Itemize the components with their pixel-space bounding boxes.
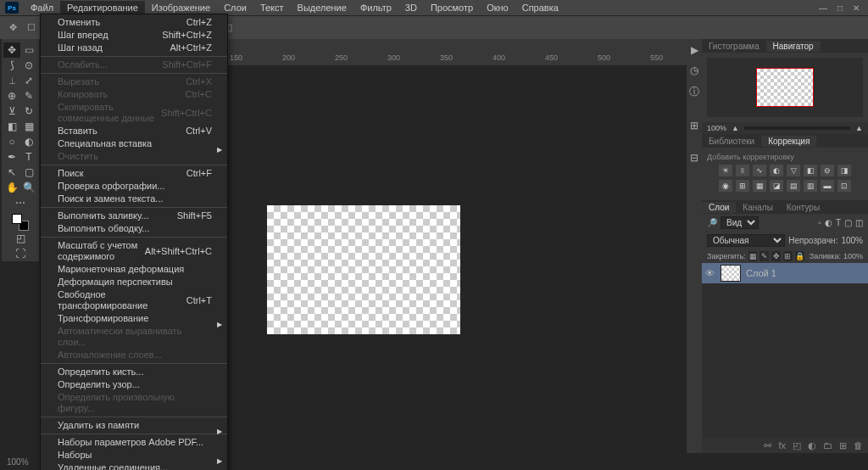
gradient-map-icon[interactable]: ▬ — [821, 180, 834, 192]
menu-текст[interactable]: Текст — [253, 1, 291, 14]
tab-histogram[interactable]: Гистограмма — [702, 41, 766, 52]
new-layer-icon[interactable]: ⊞ — [839, 440, 847, 451]
menu-item[interactable]: Наборы — [41, 449, 227, 462]
layer-row[interactable]: 👁 Слой 1 — [702, 263, 868, 283]
menu-выделение[interactable]: Выделение — [291, 1, 353, 14]
channel-mixer-icon[interactable]: ⊞ — [736, 180, 749, 192]
layer-name[interactable]: Слой 1 — [746, 268, 776, 278]
pen-tool[interactable]: ✒ — [3, 149, 20, 165]
lock-transparency-icon[interactable]: ▦ — [748, 251, 758, 261]
menu-редактирование[interactable]: Редактирование — [60, 1, 145, 14]
auto-select-checkbox[interactable]: ☐ — [25, 22, 37, 34]
menu-item[interactable]: Марионеточная деформация — [41, 263, 227, 276]
menu-окно[interactable]: Окно — [480, 1, 515, 14]
canvas[interactable] — [267, 205, 460, 334]
link-layers-icon[interactable]: ⚯ — [764, 440, 771, 451]
hue-icon[interactable]: ◧ — [804, 165, 817, 176]
hand-tool[interactable]: ✋ — [3, 180, 20, 195]
eraser-tool[interactable]: ◧ — [3, 119, 20, 134]
blend-mode-select[interactable]: Обычная — [707, 234, 785, 247]
menu-item[interactable]: Поиск и замена текста... — [41, 193, 227, 205]
crop-tool[interactable]: ⟂ — [3, 73, 20, 88]
search-icon[interactable]: 🔎 — [707, 218, 717, 227]
lock-all-icon[interactable]: 🔒 — [795, 251, 804, 261]
menu-item[interactable]: Деформация перспективы — [41, 276, 227, 288]
eyedropper-tool[interactable]: ⤢ — [20, 73, 37, 88]
tab-paths[interactable]: Контуры — [780, 202, 826, 213]
zoom-tool[interactable]: 🔍 — [20, 180, 37, 195]
menu-item[interactable]: Свободное трансформированиеCtrl+T — [41, 288, 227, 312]
move-tool[interactable]: ✥ — [3, 42, 20, 58]
filter-type-icon[interactable]: T — [836, 218, 841, 227]
lasso-tool[interactable]: ⟆ — [3, 58, 20, 73]
menu-item[interactable]: Масштаб с учетом содержимогоAlt+Shift+Ct… — [41, 239, 227, 263]
lock-artboard-icon[interactable]: ⊞ — [783, 251, 793, 261]
menu-файл[interactable]: Файл — [24, 1, 60, 14]
stamp-tool[interactable]: ⊻ — [3, 104, 20, 119]
filter-images-icon[interactable]: ▫ — [818, 218, 821, 227]
group-icon[interactable]: 🗀 — [823, 440, 832, 450]
history-icon[interactable]: ◷ — [690, 64, 698, 76]
type-tool[interactable]: T — [20, 149, 37, 165]
fill-value[interactable]: 100% — [843, 252, 863, 260]
info-icon[interactable]: ⓘ — [689, 85, 699, 99]
color-balance-icon[interactable]: ⊖ — [821, 165, 834, 176]
adjustment-layer-icon[interactable]: ◐ — [808, 440, 816, 451]
levels-icon[interactable]: ⫴ — [736, 165, 749, 176]
status-zoom[interactable]: 100% — [7, 457, 29, 467]
brightness-icon[interactable]: ☀ — [719, 165, 732, 176]
foreground-color-swatch[interactable] — [12, 214, 22, 224]
quickmask-toggle[interactable]: ◰ — [12, 231, 29, 246]
foreground-background-colors[interactable] — [12, 214, 29, 231]
menu-справка[interactable]: Справка — [515, 1, 565, 14]
character-icon[interactable]: ⊟ — [690, 152, 698, 164]
filter-smart-icon[interactable]: ◫ — [855, 218, 863, 227]
edit-toolbar[interactable]: ⋯ — [12, 195, 29, 210]
menu-item[interactable]: Определить узор... — [41, 378, 227, 391]
history-brush-tool[interactable]: ↻ — [20, 104, 37, 119]
menu-item[interactable]: Определить кисть... — [41, 366, 227, 378]
tab-libraries[interactable]: Библиотеки — [702, 136, 761, 147]
menu-3d[interactable]: 3D — [398, 1, 424, 14]
menu-изображение[interactable]: Изображение — [145, 1, 217, 14]
navigator-preview[interactable] — [707, 58, 863, 117]
screen-mode-toggle[interactable]: ⛶ — [12, 246, 29, 261]
layer-fx-icon[interactable]: fx — [778, 440, 786, 450]
path-tool[interactable]: ↖ — [3, 165, 20, 180]
minimize-icon[interactable]: ― — [819, 3, 827, 13]
brush-tool[interactable]: ✎ — [20, 88, 37, 104]
menu-item[interactable]: Выполнить обводку... — [41, 222, 227, 235]
layer-thumbnail[interactable] — [721, 265, 741, 282]
menu-просмотр[interactable]: Просмотр — [424, 1, 480, 14]
tab-channels[interactable]: Каналы — [736, 202, 780, 213]
filter-shape-icon[interactable]: ▢ — [844, 218, 852, 227]
menu-item[interactable]: Удаленные соединения... — [41, 462, 227, 470]
close-icon[interactable]: ✕ — [853, 3, 860, 13]
dodge-tool[interactable]: ◐ — [20, 134, 37, 149]
invert-icon[interactable]: ◪ — [770, 180, 783, 192]
delete-layer-icon[interactable]: 🗑 — [854, 440, 863, 450]
menu-item[interactable]: Специальная вставка — [41, 137, 227, 150]
properties-icon[interactable]: ⊞ — [690, 120, 698, 131]
exposure-icon[interactable]: ◐ — [770, 165, 783, 176]
lock-position-icon[interactable]: ✥ — [771, 251, 781, 261]
posterize-icon[interactable]: ▤ — [787, 180, 800, 192]
menu-item[interactable]: ВставитьCtrl+V — [41, 125, 227, 137]
curves-icon[interactable]: ∿ — [753, 165, 766, 176]
menu-item[interactable]: Проверка орфографии... — [41, 180, 227, 193]
selective-color-icon[interactable]: ⊡ — [837, 180, 851, 192]
zoom-in-icon[interactable]: ▲ — [855, 124, 863, 132]
healing-tool[interactable]: ⊕ — [3, 88, 20, 104]
photo-filter-icon[interactable]: ◉ — [719, 180, 732, 192]
tab-layers[interactable]: Слои — [702, 202, 736, 213]
menu-item[interactable]: ОтменитьCtrl+Z — [41, 16, 227, 29]
quick-select-tool[interactable]: ⊙ — [20, 58, 37, 73]
blur-tool[interactable]: ○ — [3, 134, 20, 149]
menu-item[interactable]: Трансформирование — [41, 312, 227, 325]
play-icon[interactable]: ▶ — [691, 44, 698, 56]
color-lookup-icon[interactable]: ▦ — [753, 180, 766, 192]
opacity-value[interactable]: 100% — [841, 236, 863, 245]
menu-слои[interactable]: Слои — [217, 1, 253, 14]
threshold-icon[interactable]: ▥ — [804, 180, 817, 192]
zoom-slider-track[interactable] — [744, 126, 850, 130]
